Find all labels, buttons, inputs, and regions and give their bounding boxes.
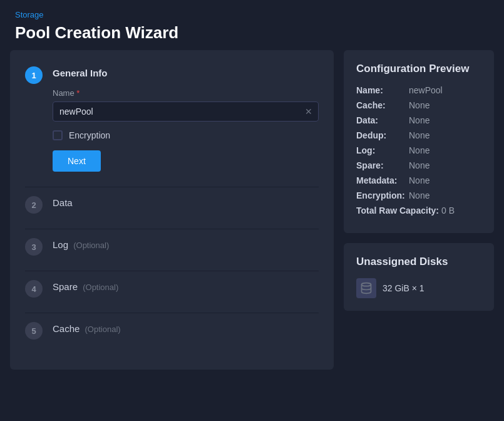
divider-3	[25, 271, 319, 271]
unassigned-disks-title: Unassigned Disks	[356, 256, 481, 268]
step-4-label: Spare (Optional)	[53, 279, 319, 292]
step-5-label: Cache (Optional)	[53, 321, 319, 334]
config-key: Spare:	[356, 160, 406, 170]
config-preview-panel: Configuration Preview Name: newPool Cach…	[344, 50, 494, 233]
step-3-label: Log (Optional)	[53, 237, 319, 250]
config-row: Encryption: None	[356, 190, 481, 200]
config-row: Log: None	[356, 145, 481, 155]
disk-item: 32 GiB × 1	[356, 278, 481, 298]
config-key: Log:	[356, 145, 406, 155]
config-value: None	[409, 115, 429, 125]
step-2-number: 2	[25, 196, 43, 214]
config-key: Encryption:	[356, 190, 406, 200]
page-header: Storage Pool Creation Wizard	[0, 0, 504, 50]
step-4-number: 4	[25, 280, 43, 298]
step-1-number: 1	[25, 66, 43, 84]
step-5: 5 Cache (Optional)	[25, 321, 319, 340]
name-input-wrapper: ✕	[53, 101, 319, 122]
config-value: None	[409, 100, 429, 110]
encryption-checkbox[interactable]	[53, 130, 63, 140]
config-preview-title: Configuration Preview	[356, 63, 481, 75]
name-label: Name *	[53, 88, 319, 98]
config-value: None	[409, 160, 429, 170]
step-1: 1 General Info Name * ✕ Encryption	[25, 65, 319, 172]
unassigned-disks-panel: Unassigned Disks 32 GiB × 1	[344, 243, 494, 311]
step-2-content: Data	[53, 195, 319, 208]
config-row: Name: newPool	[356, 85, 481, 95]
config-row: Dedup: None	[356, 130, 481, 140]
config-row: Spare: None	[356, 160, 481, 170]
config-rows: Name: newPool Cache: None Data: None Ded…	[356, 85, 481, 216]
config-value: None	[409, 190, 429, 200]
disk-rows: 32 GiB × 1	[356, 278, 481, 298]
breadcrumb[interactable]: Storage	[15, 10, 489, 19]
divider-2	[25, 229, 319, 229]
name-clear-button[interactable]: ✕	[304, 106, 314, 117]
step-3-number: 3	[25, 238, 43, 256]
step-3-content: Log (Optional)	[53, 237, 319, 250]
config-value: None	[409, 145, 429, 155]
step-4: 4 Spare (Optional)	[25, 279, 319, 298]
step-3: 3 Log (Optional)	[25, 237, 319, 256]
step-2-label: Data	[53, 195, 319, 208]
encryption-row: Encryption	[53, 130, 319, 140]
config-value: None	[409, 175, 429, 185]
divider-1	[25, 187, 319, 187]
config-row: Data: None	[356, 115, 481, 125]
config-key: Data:	[356, 115, 406, 125]
disk-label: 32 GiB × 1	[383, 283, 424, 293]
name-form-group: Name * ✕	[53, 88, 319, 122]
step-2: 2 Data	[25, 195, 319, 214]
step-4-content: Spare (Optional)	[53, 279, 319, 292]
config-value: 0 B	[441, 205, 455, 216]
step-5-content: Cache (Optional)	[53, 321, 319, 334]
config-key: Dedup:	[356, 130, 406, 140]
config-row: Metadata: None	[356, 175, 481, 185]
config-key: Metadata:	[356, 175, 406, 185]
disk-icon	[356, 278, 376, 298]
config-value: None	[409, 130, 429, 140]
svg-point-0	[362, 283, 371, 286]
encryption-label[interactable]: Encryption	[69, 130, 110, 140]
step-1-content: General Info Name * ✕ Encryption Next	[53, 65, 319, 172]
config-key: Name:	[356, 85, 406, 95]
config-key: Total Raw Capacity:	[356, 205, 439, 216]
step-5-number: 5	[25, 322, 43, 340]
main-content: 1 General Info Name * ✕ Encryption	[0, 50, 504, 380]
config-row: Cache: None	[356, 100, 481, 110]
config-key: Cache:	[356, 100, 406, 110]
wizard-panel: 1 General Info Name * ✕ Encryption	[10, 50, 334, 370]
config-value: newPool	[409, 85, 443, 95]
right-column: Configuration Preview Name: newPool Cach…	[344, 50, 494, 370]
name-input[interactable]	[53, 101, 319, 122]
next-button[interactable]: Next	[53, 150, 101, 172]
divider-4	[25, 313, 319, 313]
config-row: Total Raw Capacity: 0 B	[356, 205, 481, 216]
page-title: Pool Creation Wizard	[15, 23, 489, 43]
step-1-label: General Info	[53, 65, 319, 78]
